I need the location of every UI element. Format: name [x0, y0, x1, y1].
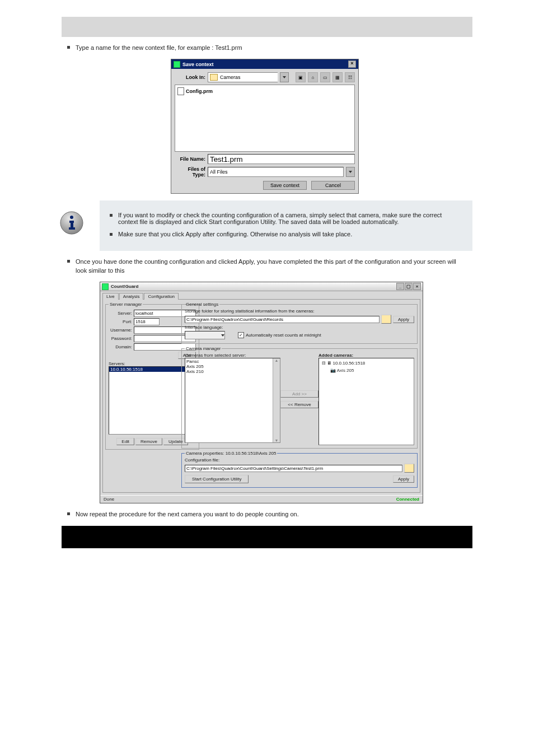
up-folder-icon[interactable]: ▣ — [296, 72, 306, 82]
info-note: If you want to modify or check the count… — [100, 200, 472, 251]
connection-status: Connected — [396, 497, 419, 502]
language-select[interactable] — [185, 331, 225, 339]
files-type-value: All Files — [210, 169, 228, 175]
start-config-utility-button[interactable]: Start Configuration Utility — [185, 475, 249, 483]
file-name-label: File Name: — [175, 156, 205, 162]
files-type-label: Files of Type: — [175, 166, 205, 178]
save-context-dialog: Save context × Look In: Cameras ▣ ⌂ ▭ ▦ … — [171, 59, 359, 194]
close-icon[interactable]: × — [348, 60, 356, 68]
footer-bar — [62, 526, 472, 548]
bullet-row: Type a name for the new context file, fo… — [67, 44, 534, 52]
added-cameras-tree[interactable]: ⊟ 🖥 10.0.10.56:1518 📷 Axis 205 — [318, 358, 414, 445]
window-title: Count!Guard — [111, 284, 138, 289]
file-name-input[interactable] — [208, 154, 355, 164]
status-bar: Done Connected — [100, 495, 423, 503]
config-file-input[interactable] — [185, 465, 402, 472]
bullet-marker — [67, 512, 70, 515]
added-cameras-label: Added cameras: — [318, 353, 414, 358]
password-label: Password: — [109, 336, 132, 341]
config-file-label: Configuration file: — [185, 458, 414, 463]
files-type-dropdown[interactable] — [346, 167, 355, 177]
camera-manager-group: Camera manager Cameras from selected ser… — [181, 346, 418, 449]
info-bullet-2: Make sure that you click Apply after con… — [110, 231, 462, 237]
auto-reset-label: Automatically reset counts at midnight — [246, 333, 321, 338]
files-type-select[interactable]: All Files — [208, 167, 344, 177]
edit-button[interactable]: Edit — [116, 438, 134, 445]
camera-manager-legend: Camera manager — [185, 346, 222, 351]
new-folder-icon[interactable]: ▭ — [320, 72, 330, 82]
svg-rect-4 — [69, 227, 75, 230]
tab-configuration[interactable]: Configuration — [144, 293, 179, 300]
post-info-text: Once you have done the counting configur… — [76, 258, 467, 275]
auto-reset-checkbox[interactable]: ✓ Automatically reset counts at midnight — [238, 332, 321, 338]
camera-properties-group: Camera properties: 10.0.10.56:1518\Axis … — [181, 451, 418, 488]
scroll-down-icon[interactable]: ▼ — [275, 438, 279, 442]
scroll-up-icon[interactable]: ▲ — [275, 358, 279, 362]
look-in-label: Look In: — [175, 74, 205, 80]
tab-bar: Live Analysis Configuration — [100, 291, 423, 299]
server-manager-legend: Server manager — [109, 302, 143, 307]
general-apply-button[interactable]: Apply — [393, 316, 414, 323]
tab-analysis[interactable]: Analysis — [119, 293, 144, 300]
tree-child[interactable]: 📷 Axis 205 — [320, 367, 413, 374]
dialog-titlebar: Save context × — [171, 59, 358, 69]
info-icon — [59, 211, 84, 235]
app-icon — [174, 61, 180, 68]
list-item[interactable]: Axis 205 — [186, 364, 271, 369]
look-in-value: Cameras — [220, 74, 241, 80]
storage-path-input[interactable] — [185, 316, 380, 323]
camera-properties-legend: Camera properties: 10.0.10.56:1518\Axis … — [185, 451, 277, 456]
cancel-button[interactable]: Cancel — [311, 181, 355, 190]
bullet-marker — [110, 233, 113, 236]
svg-rect-3 — [71, 221, 73, 228]
bullet-marker — [67, 46, 70, 49]
browse-icon[interactable] — [404, 464, 414, 473]
port-input[interactable] — [134, 318, 160, 325]
file-item-label: Config.prm — [186, 88, 213, 94]
detail-view-icon[interactable]: ☷ — [345, 72, 355, 82]
look-in-dropdown[interactable] — [280, 72, 289, 82]
username-label: Username: — [109, 328, 132, 333]
language-label: Interface language: — [185, 325, 223, 330]
available-cameras-list[interactable]: Pansc Axis 205 Axis 210 ▲ ▼ — [185, 358, 280, 443]
list-view-icon[interactable]: ▦ — [332, 72, 343, 82]
chevron-down-icon — [221, 334, 224, 337]
scrollbar[interactable]: ▲ ▼ — [273, 358, 280, 442]
storage-label: Storage folder for storing statistical i… — [185, 309, 414, 314]
checkbox-icon: ✓ — [238, 332, 244, 338]
bullet-marker — [67, 260, 70, 263]
remove-button[interactable]: Remove — [135, 438, 162, 445]
status-text: Done — [104, 497, 114, 502]
document-icon — [177, 87, 184, 95]
home-icon[interactable]: ⌂ — [308, 72, 318, 82]
list-item[interactable]: Axis 210 — [186, 369, 271, 374]
add-camera-button[interactable]: Add >> — [280, 390, 318, 398]
chevron-down-icon — [349, 171, 352, 173]
bullet-row: Once you have done the counting configur… — [67, 258, 534, 275]
domain-label: Domain: — [109, 344, 132, 349]
list-item[interactable]: Pansc — [186, 359, 271, 364]
maximize-icon[interactable]: ▢ — [405, 283, 413, 290]
chevron-down-icon — [283, 76, 286, 78]
bullet-row: Now repeat the procedure for the next ca… — [67, 510, 534, 519]
folder-icon — [210, 74, 218, 81]
info-text-2: Make sure that you click Apply after con… — [118, 231, 352, 237]
general-settings-group: General settings Storage folder for stor… — [181, 302, 418, 344]
camera-apply-button[interactable]: Apply — [393, 475, 414, 483]
minimize-icon[interactable]: _ — [396, 283, 404, 290]
close-icon[interactable]: × — [413, 283, 421, 290]
svg-point-1 — [70, 216, 73, 219]
file-area[interactable]: Config.prm — [175, 85, 355, 152]
final-text: Now repeat the procedure for the next ca… — [76, 510, 299, 519]
cameras-from-label: Cameras from selected server: — [185, 353, 280, 358]
port-label: Port: — [109, 319, 132, 324]
file-item[interactable]: Config.prm — [177, 87, 352, 95]
window-titlebar: Count!Guard _ ▢ × — [100, 282, 423, 291]
tree-root[interactable]: ⊟ 🖥 10.0.10.56:1518 — [320, 360, 413, 367]
server-label: Server: — [109, 311, 132, 316]
save-context-button[interactable]: Save context — [263, 181, 307, 190]
remove-camera-button[interactable]: << Remove — [280, 401, 318, 408]
look-in-select[interactable]: Cameras — [208, 72, 278, 82]
browse-icon[interactable] — [381, 315, 391, 324]
tab-live[interactable]: Live — [102, 293, 119, 300]
